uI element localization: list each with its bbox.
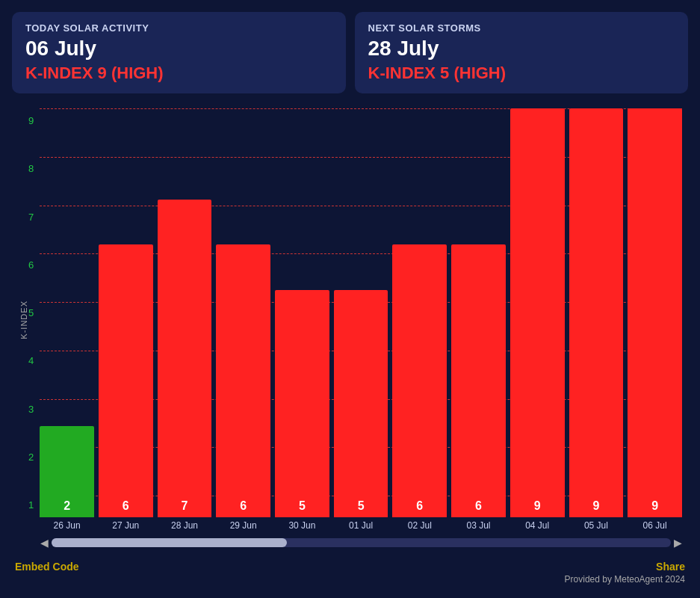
x-label-3: 29 Jun: [230, 520, 257, 531]
bar-value-8: 9: [534, 499, 541, 513]
bar-value-0: 2: [64, 499, 70, 513]
bar-4: 5: [275, 290, 329, 517]
card-date-1: 28 July: [368, 37, 675, 61]
bar-1: 6: [99, 244, 153, 517]
y-label-3: 3: [28, 404, 34, 414]
bar-col-1: 6: [99, 108, 153, 517]
embed-code-link[interactable]: Embed Code: [15, 561, 79, 573]
bar-value-1: 6: [123, 499, 129, 513]
top-card-1: NEXT SOLAR STORMS 28 July K-INDEX 5 (HIG…: [355, 12, 689, 93]
bars-row: 26765566999: [40, 108, 682, 517]
bar-col-7: 6: [451, 108, 506, 517]
x-label-col-1: 27 Jun: [99, 517, 153, 531]
x-label-col-2: 28 Jun: [158, 517, 212, 531]
x-label-1: 27 Jun: [112, 520, 139, 531]
bar-0: 2: [40, 426, 94, 517]
x-label-0: 26 Jun: [54, 520, 81, 531]
bar-col-4: 5: [275, 108, 329, 517]
card-kindex-1: K-INDEX 5 (HIGH): [368, 64, 675, 83]
y-label-8: 8: [28, 164, 34, 173]
bar-col-10: 9: [628, 108, 682, 517]
y-label-2: 2: [28, 452, 34, 462]
scrollbar-area[interactable]: ◀ ▶: [18, 537, 682, 549]
bar-col-2: 7: [158, 108, 212, 517]
bar-2: 7: [158, 200, 212, 517]
x-label-2: 28 Jun: [171, 520, 198, 531]
y-label-9: 9: [28, 116, 34, 126]
x-label-col-5: 01 Jul: [334, 517, 388, 531]
bar-6: 6: [392, 244, 447, 517]
top-cards: TODAY SOLAR ACTIVITY 06 July K-INDEX 9 (…: [12, 12, 688, 93]
bar-3: 6: [216, 244, 270, 517]
bars-area: 26765566999: [40, 108, 682, 517]
bar-value-4: 5: [299, 499, 306, 513]
bar-value-9: 9: [592, 499, 599, 513]
y-axis: 987654321: [28, 108, 40, 531]
x-label-col-0: 26 Jun: [40, 517, 94, 531]
x-label-col-4: 30 Jun: [275, 517, 329, 531]
x-label-col-10: 06 Jul: [628, 517, 682, 531]
card-date-0: 06 July: [25, 37, 332, 61]
y-label-6: 6: [28, 260, 34, 270]
scroll-right-arrow[interactable]: ▶: [674, 537, 682, 549]
card-kindex-0: K-INDEX 9 (HIGH): [25, 64, 332, 83]
x-label-8: 04 Jul: [525, 520, 549, 531]
chart-inner: 26765566999 26 Jun27 Jun28 Jun29 Jun30 J…: [40, 108, 682, 531]
bar-10: 9: [628, 108, 682, 517]
chart-container: K-INDEX 987654321 26765566999 26 Jun27 J…: [12, 108, 688, 552]
x-label-col-8: 04 Jul: [510, 517, 565, 531]
footer-attribution: Provided by MeteoAgent 2024: [12, 573, 688, 586]
y-label-5: 5: [28, 308, 34, 318]
bar-value-10: 9: [651, 499, 658, 513]
x-label-9: 05 Jul: [584, 520, 608, 531]
x-label-6: 02 Jul: [408, 520, 432, 531]
x-label-7: 03 Jul: [466, 520, 490, 531]
bar-value-2: 7: [182, 499, 188, 513]
x-label-col-3: 29 Jun: [216, 517, 270, 531]
share-link[interactable]: Share: [656, 561, 685, 573]
bar-col-9: 9: [569, 108, 624, 517]
bar-7: 6: [451, 244, 506, 517]
card-subtitle-0: TODAY SOLAR ACTIVITY: [25, 22, 332, 34]
x-label-5: 01 Jul: [349, 520, 373, 531]
footer-links: Embed Code Share: [12, 555, 688, 573]
bar-8: 9: [510, 108, 565, 517]
bar-value-3: 6: [240, 499, 247, 513]
x-axis-row: 26 Jun27 Jun28 Jun29 Jun30 Jun01 Jul02 J…: [40, 517, 682, 531]
y-label-4: 4: [28, 356, 34, 366]
top-card-0: TODAY SOLAR ACTIVITY 06 July K-INDEX 9 (…: [12, 12, 346, 93]
bar-col-5: 5: [334, 108, 388, 517]
bar-col-6: 6: [392, 108, 447, 517]
bar-value-7: 6: [475, 499, 482, 513]
scroll-left-arrow[interactable]: ◀: [40, 537, 49, 549]
bar-9: 9: [569, 108, 624, 517]
bar-value-6: 6: [416, 499, 423, 513]
x-label-4: 30 Jun: [288, 520, 315, 531]
y-label-1: 1: [28, 500, 34, 510]
y-axis-rotated-label: K-INDEX: [18, 300, 28, 339]
x-label-col-7: 03 Jul: [451, 517, 506, 531]
x-label-10: 06 Jul: [643, 520, 667, 531]
scroll-thumb: [52, 538, 287, 547]
scroll-track[interactable]: [52, 538, 671, 547]
bar-value-5: 5: [358, 499, 365, 513]
bar-col-0: 2: [40, 108, 94, 517]
y-label-7: 7: [28, 212, 34, 222]
bar-col-8: 9: [510, 108, 565, 517]
x-label-col-9: 05 Jul: [569, 517, 624, 531]
bar-col-3: 6: [216, 108, 270, 517]
x-label-col-6: 02 Jul: [392, 517, 447, 531]
bar-5: 5: [334, 290, 388, 517]
card-subtitle-1: NEXT SOLAR STORMS: [368, 22, 675, 34]
